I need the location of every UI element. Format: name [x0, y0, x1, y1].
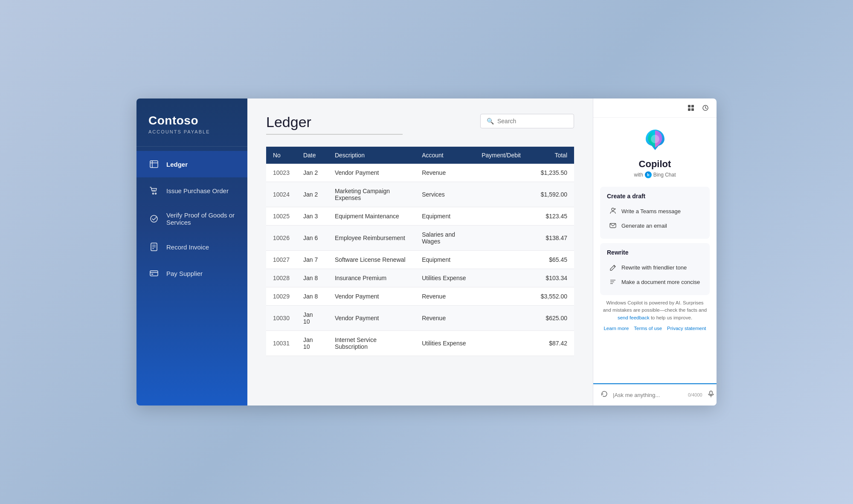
- cell-account: Revenue: [415, 306, 475, 331]
- cell-account: Revenue: [415, 164, 475, 182]
- cell-total: $3,552.00: [532, 287, 574, 306]
- sidebar-item-purchase-order[interactable]: Issue Purchase Order: [136, 177, 247, 204]
- more-concise-action[interactable]: Make a document more concise: [607, 275, 703, 289]
- sidebar-item-pay-label: Pay Supplier: [166, 270, 203, 277]
- svg-rect-16: [691, 105, 694, 107]
- cell-account: Equipment: [415, 251, 475, 269]
- cell-description: Employee Reimbursement: [328, 226, 415, 251]
- mic-button[interactable]: [706, 389, 716, 401]
- learn-more-link[interactable]: Learn more: [603, 326, 629, 331]
- table-row[interactable]: 10030 Jan 10 Vendor Payment Revenue $625…: [266, 306, 574, 331]
- table-row[interactable]: 10031 Jan 10 Internet Service Subscripti…: [266, 331, 574, 356]
- email-icon: [609, 221, 617, 230]
- cell-date: Jan 8: [296, 287, 328, 306]
- pencil-icon: [609, 263, 617, 272]
- sidebar-nav: Ledger Issue Purchase Order: [136, 147, 247, 406]
- page-title: Ledger: [266, 114, 403, 135]
- pay-icon: [148, 268, 160, 279]
- copilot-input-area: 0/4000: [593, 383, 717, 406]
- cell-payment: [475, 164, 532, 182]
- col-header-no: No: [266, 147, 296, 164]
- col-header-payment: Payment/Debit: [475, 147, 532, 164]
- privacy-statement-link[interactable]: Privacy statement: [667, 326, 706, 331]
- svg-rect-15: [688, 105, 691, 107]
- cell-no: 10031: [266, 331, 296, 356]
- cell-description: Equipment Maintenance: [328, 207, 415, 226]
- cell-no: 10027: [266, 251, 296, 269]
- svg-point-21: [612, 208, 614, 211]
- cell-payment: [475, 306, 532, 331]
- cell-date: Jan 7: [296, 251, 328, 269]
- company-subtitle: ACCOUNTS PAYABLE: [148, 129, 235, 134]
- cell-total: $103.34: [532, 269, 574, 287]
- chat-input[interactable]: [613, 392, 685, 398]
- table-row[interactable]: 10025 Jan 3 Equipment Maintenance Equipm…: [266, 207, 574, 226]
- write-teams-message-action[interactable]: Write a Teams message: [607, 204, 703, 218]
- search-icon: 🔍: [487, 118, 494, 125]
- table-row[interactable]: 10026 Jan 6 Employee Reimbursement Salar…: [266, 226, 574, 251]
- sidebar-item-invoice-label: Record Invoice: [166, 243, 209, 251]
- cart-icon: [148, 185, 160, 196]
- cell-date: Jan 3: [296, 207, 328, 226]
- friendlier-tone-action[interactable]: Rewrite with friendlier tone: [607, 260, 703, 275]
- copilot-name: Copilot: [639, 159, 671, 170]
- cell-account: Salaries and Wages: [415, 226, 475, 251]
- app-window: Contoso ACCOUNTS PAYABLE Ledger: [136, 98, 717, 406]
- sidebar-item-record-invoice[interactable]: Record Invoice: [136, 234, 247, 260]
- table-header-row: No Date Description Account Payment/Debi…: [266, 147, 574, 164]
- cell-total: $1,592.00: [532, 182, 574, 207]
- table-row[interactable]: 10027 Jan 7 Software License Renewal Equ…: [266, 251, 574, 269]
- more-concise-label: Make a document more concise: [621, 279, 700, 285]
- cell-description: Insurance Premium: [328, 269, 415, 287]
- col-header-date: Date: [296, 147, 328, 164]
- cell-date: Jan 10: [296, 331, 328, 356]
- feedback-link[interactable]: send feedback: [618, 315, 650, 320]
- sidebar-item-verify-goods[interactable]: Verify Proof of Goods or Services: [136, 204, 247, 234]
- svg-rect-18: [691, 108, 694, 111]
- cell-description: Vendor Payment: [328, 287, 415, 306]
- col-header-account: Account: [415, 147, 475, 164]
- table-row[interactable]: 10028 Jan 8 Insurance Premium Utilities …: [266, 269, 574, 287]
- teams-icon: [609, 207, 617, 215]
- table-row[interactable]: 10029 Jan 8 Vendor Payment Revenue $3,55…: [266, 287, 574, 306]
- terms-of-use-link[interactable]: Terms of use: [634, 326, 662, 331]
- sidebar-header: Contoso ACCOUNTS PAYABLE: [136, 98, 247, 147]
- create-draft-title: Create a draft: [607, 193, 703, 200]
- cell-date: Jan 6: [296, 226, 328, 251]
- cell-account: Utilities Expense: [415, 269, 475, 287]
- search-box[interactable]: 🔍: [480, 114, 574, 128]
- table-body: 10023 Jan 2 Vendor Payment Revenue $1,23…: [266, 164, 574, 356]
- rewrite-title: Rewrite: [607, 249, 703, 256]
- cell-account: Revenue: [415, 287, 475, 306]
- search-input[interactable]: [497, 118, 568, 125]
- table-row[interactable]: 10024 Jan 2 Marketing Campaign Expenses …: [266, 182, 574, 207]
- sidebar-item-pay-supplier[interactable]: Pay Supplier: [136, 260, 247, 287]
- page-header: Ledger 🔍: [266, 114, 574, 135]
- cell-account: Equipment: [415, 207, 475, 226]
- sidebar-item-ledger[interactable]: Ledger: [136, 151, 247, 177]
- cell-total: $65.45: [532, 251, 574, 269]
- main-content: Ledger 🔍 No Date Description Account Pay…: [247, 98, 593, 406]
- cell-date: Jan 10: [296, 306, 328, 331]
- cell-payment: [475, 226, 532, 251]
- svg-point-20: [651, 135, 659, 143]
- history-button[interactable]: [700, 103, 711, 115]
- svg-point-4: [155, 193, 157, 194]
- cell-total: $123.45: [532, 207, 574, 226]
- cell-no: 10026: [266, 226, 296, 251]
- svg-point-7: [151, 215, 157, 222]
- bing-icon: b: [645, 171, 652, 178]
- cell-date: Jan 2: [296, 182, 328, 207]
- lines-icon: [609, 278, 617, 286]
- svg-point-3: [153, 193, 154, 194]
- cell-account: Utilities Expense: [415, 331, 475, 356]
- generate-email-action[interactable]: Generate an email: [607, 218, 703, 233]
- cell-total: $625.00: [532, 306, 574, 331]
- table-row[interactable]: 10023 Jan 2 Vendor Payment Revenue $1,23…: [266, 164, 574, 182]
- refresh-button[interactable]: [599, 389, 609, 401]
- svg-rect-27: [710, 391, 712, 395]
- cell-description: Internet Service Subscription: [328, 331, 415, 356]
- grid-view-button[interactable]: [686, 103, 696, 115]
- char-count: 0/4000: [688, 392, 702, 397]
- copilot-toolbar: [593, 98, 717, 118]
